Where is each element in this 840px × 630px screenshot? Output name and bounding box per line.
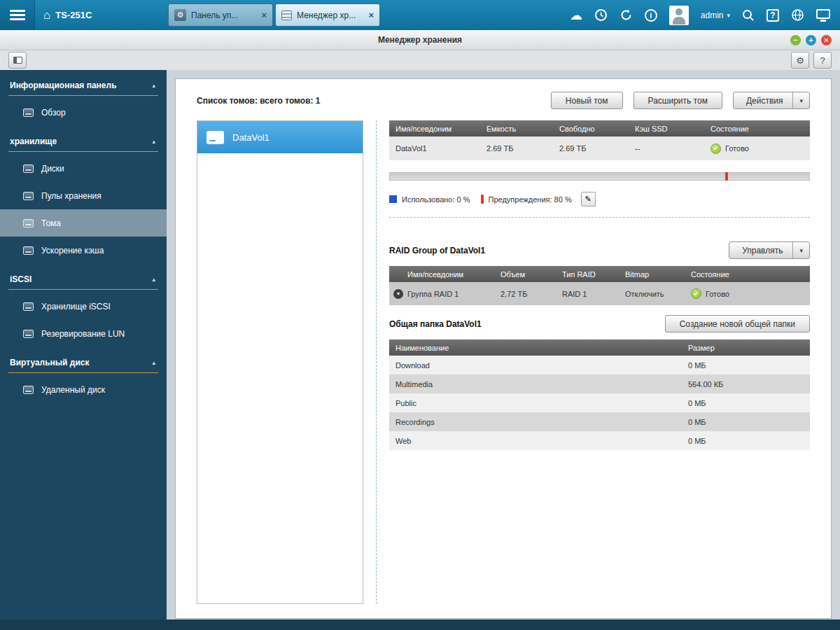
table-header-row: Имя/псевдоним Емкость Свободно Кэш SSD С… [389, 120, 810, 136]
toggle-sidebar-button[interactable] [8, 52, 27, 69]
sidebar: Информационная панель ▴ Обзор хранилище … [0, 70, 167, 620]
share-row[interactable]: Multimedia 564.00 КБ [389, 374, 810, 393]
window-title: Менеджер хранения [378, 35, 462, 45]
sidebar-item-volumes[interactable]: Тома [0, 209, 167, 237]
col-header: Тип RAID [556, 270, 619, 279]
panel-layout-icon [13, 57, 22, 64]
overview-icon [23, 108, 34, 117]
volumes-header: Список томов: всего томов: 1 [197, 96, 321, 106]
used-legend-swatch [389, 195, 397, 203]
col-header: Имя/псевдоним [389, 270, 494, 279]
section-divider [8, 372, 158, 373]
sidebar-section-iscsi[interactable]: iSCSI ▴ [0, 264, 167, 288]
bitmap-toggle[interactable]: Отключить [619, 290, 685, 298]
tab-label: Панель уп... [191, 10, 256, 20]
used-legend-label: Использовано: 0 % [402, 195, 470, 204]
user-menu[interactable]: admin ▾ [701, 10, 730, 20]
raid-table-row[interactable]: ▾ Группа RAID 1 2.72 ТБ RAID 1 Отключить… [389, 282, 810, 305]
manage-button[interactable]: Управлять ▾ [729, 241, 810, 259]
shares-table: Наименование Размер Download 0 МБ Multim… [389, 340, 810, 450]
col-header: Имя/псевдоним [389, 125, 480, 133]
help-icon[interactable]: ? [766, 9, 779, 22]
cell-raid-status: ✔ Готово [685, 288, 810, 299]
sidebar-section-dashboard[interactable]: Информационная панель ▴ [0, 70, 167, 94]
tab-storage-manager[interactable]: Менеджер хр... × [275, 4, 380, 27]
col-header: Объем [494, 270, 556, 279]
cell-raid-name: ▾ Группа RAID 1 [389, 289, 494, 299]
status-text: Готово [706, 290, 729, 298]
info-icon[interactable]: i [645, 9, 657, 22]
window-controls: − + × [790, 35, 832, 46]
expand-row-icon[interactable]: ▾ [393, 289, 403, 299]
volume-action-buttons: Новый том Расширить том Действия ▾ [551, 92, 810, 109]
share-row[interactable]: Public 0 МБ [389, 393, 810, 412]
user-avatar[interactable] [669, 6, 689, 25]
clock-icon[interactable] [594, 8, 608, 22]
col-header: Размер [682, 344, 810, 352]
sidebar-item-lun-backup[interactable]: Резервирование LUN [0, 320, 167, 347]
share-row[interactable]: Download 0 МБ [389, 356, 810, 374]
warning-legend-label: Предупреждения: 80 % [489, 195, 572, 204]
tab-control-panel[interactable]: ⚙ Панель уп... × [168, 4, 273, 27]
close-window-button[interactable]: × [821, 35, 832, 46]
col-header: Емкость [480, 125, 553, 133]
actions-button[interactable]: Действия ▾ [733, 92, 810, 109]
expand-volume-button[interactable]: Расширить том [634, 92, 722, 109]
globe-icon[interactable] [791, 8, 804, 22]
lun-backup-icon [23, 330, 34, 338]
create-share-button[interactable]: Создание новой общей папки [665, 315, 810, 332]
maximize-button[interactable]: + [806, 35, 816, 46]
cell-share-name: Public [389, 399, 682, 407]
table-header-row: Наименование Размер [389, 340, 810, 356]
main-menu-button[interactable] [0, 0, 35, 30]
window-titlebar: Менеджер хранения − + × [0, 30, 840, 50]
sidebar-section-storage[interactable]: хранилище ▴ [0, 126, 167, 150]
help-button[interactable]: ? [813, 52, 832, 69]
close-tab-icon[interactable]: × [261, 10, 267, 20]
topbar: ⌂ TS-251C ⚙ Панель уп... × Менеджер хр..… [0, 0, 840, 30]
section-divider [8, 289, 158, 290]
device-name: TS-251C [55, 10, 92, 20]
raid-title: RAID Group of DataVol1 [389, 246, 485, 255]
cell-share-size: 0 МБ [682, 418, 810, 426]
device-home-button[interactable]: ⌂ TS-251C [35, 8, 102, 22]
col-header: Свободно [553, 125, 629, 133]
sidebar-section-virtual-disk[interactable]: Виртуальный диск ▴ [0, 347, 167, 371]
cell-ssd-cache: -- [629, 144, 704, 153]
sidebar-item-iscsi-storage[interactable]: Хранилище iSCSI [0, 293, 167, 320]
iscsi-storage-icon [23, 302, 34, 311]
sidebar-item-remote-disk[interactable]: Удаленный диск [0, 376, 167, 403]
cell-name: DataVol1 [389, 144, 480, 153]
raid-section-header: RAID Group of DataVol1 Управлять ▾ [389, 241, 810, 259]
vertical-divider [376, 120, 377, 604]
app-tabs: ⚙ Панель уп... × Менеджер хр... × [168, 4, 380, 27]
sidebar-item-storage-pools[interactable]: Пулы хранения [0, 182, 167, 209]
share-row[interactable]: Web 0 МБ [389, 431, 810, 450]
cache-acceleration-icon [23, 246, 34, 255]
volume-table-row[interactable]: DataVol1 2.69 ТБ 2.69 ТБ -- ✔ Готово [389, 136, 810, 160]
refresh-icon[interactable] [620, 8, 633, 22]
volume-list-item[interactable]: DataVol1 [197, 121, 363, 153]
volume-list: DataVol1 [197, 120, 363, 604]
cell-share-name: Recordings [389, 418, 682, 426]
search-icon[interactable] [742, 9, 755, 22]
warning-threshold-marker [725, 172, 728, 181]
desktop-icon[interactable] [816, 9, 830, 19]
edit-threshold-button[interactable]: ✎ [581, 192, 596, 206]
sidebar-item-overview[interactable]: Обзор [0, 99, 167, 126]
minimize-button[interactable]: − [790, 35, 801, 46]
new-volume-button[interactable]: Новый том [551, 92, 623, 109]
status-ok-icon: ✔ [691, 288, 701, 299]
user-name: admin [701, 10, 724, 20]
sidebar-item-disks[interactable]: Диски [0, 155, 167, 182]
cell-share-size: 0 МБ [682, 361, 810, 370]
cloud-icon[interactable]: ☁ [570, 9, 582, 22]
cell-status: ✔ Готово [704, 144, 810, 154]
settings-button[interactable]: ⚙ [791, 52, 809, 69]
close-tab-icon[interactable]: × [368, 10, 374, 20]
main-panel: Список томов: всего томов: 1 Новый том Р… [175, 78, 832, 619]
horizontal-divider [389, 217, 810, 218]
col-header: Состояние [704, 125, 810, 133]
sidebar-item-cache-acceleration[interactable]: Ускорение кэша [0, 237, 167, 264]
share-row[interactable]: Recordings 0 МБ [389, 412, 810, 431]
